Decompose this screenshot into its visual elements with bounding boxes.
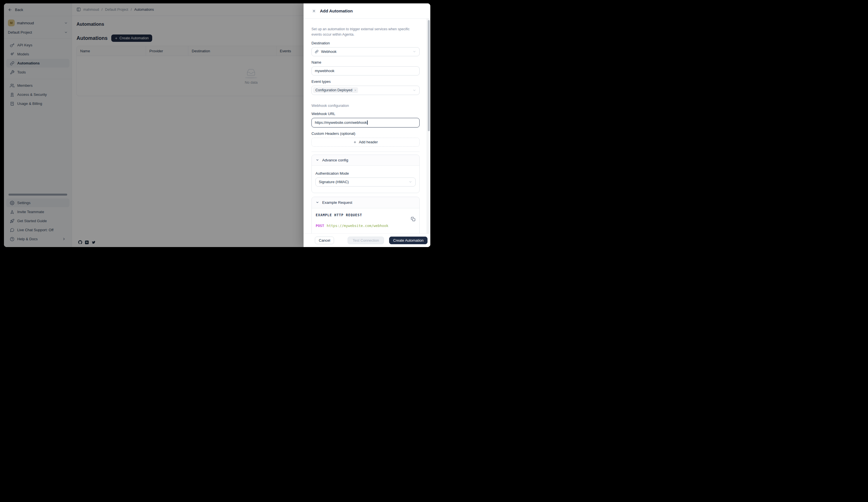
request-line: POSThttps://mywebsite.com/webhook bbox=[316, 223, 415, 228]
example-request-body: EXAMPLE HTTP REQUEST POSThttps://mywebsi… bbox=[312, 208, 419, 233]
drawer-scrollbar-track[interactable] bbox=[427, 19, 430, 233]
example-request-toggle[interactable]: Example Request bbox=[312, 197, 419, 208]
add-automation-drawer: Add Automation Set up an automation to t… bbox=[303, 3, 430, 247]
chevron-down-icon bbox=[316, 201, 319, 204]
event-types-select[interactable]: Configuration Deployed bbox=[311, 86, 420, 95]
chevron-down-icon bbox=[413, 50, 416, 53]
destination-label: Destination bbox=[311, 41, 420, 45]
code-header: EXAMPLE HTTP REQUEST bbox=[316, 213, 415, 217]
custom-headers-label: Custom Headers (optional) bbox=[311, 131, 420, 136]
chevron-down-icon bbox=[409, 180, 412, 184]
advance-config-panel: Advance config Authentication Mode Signa… bbox=[311, 154, 420, 193]
modal-backdrop[interactable] bbox=[4, 3, 303, 247]
cancel-button[interactable]: Cancel bbox=[315, 237, 334, 244]
destination-value: Webhook bbox=[321, 49, 337, 54]
drawer-footer: Cancel Test Connection Create Automation bbox=[303, 233, 430, 247]
copy-icon[interactable] bbox=[411, 217, 415, 221]
create-automation-submit-button[interactable]: Create Automation bbox=[389, 237, 427, 244]
destination-select[interactable]: Webhook bbox=[311, 47, 420, 56]
drawer-body: Set up an automation to trigger external… bbox=[303, 19, 427, 233]
drawer-header: Add Automation bbox=[303, 3, 430, 19]
chevron-down-icon bbox=[316, 158, 319, 162]
plus-icon bbox=[353, 140, 356, 144]
webhook-url-label: Webhook URL bbox=[311, 112, 420, 116]
auth-mode-label: Authentication Mode bbox=[316, 171, 416, 175]
webhook-url-input[interactable]: https://mywebsite.com/webhook bbox=[311, 118, 420, 128]
drawer-title: Add Automation bbox=[320, 9, 353, 13]
link-icon bbox=[315, 50, 319, 53]
drawer-description: Set up an automation to trigger external… bbox=[311, 27, 420, 38]
close-icon[interactable] bbox=[312, 9, 316, 13]
http-method: POST bbox=[316, 223, 324, 228]
app-window: Back M mahmoud Default Project bbox=[4, 3, 430, 247]
advance-config-toggle[interactable]: Advance config bbox=[312, 155, 419, 165]
test-connection-button[interactable]: Test Connection bbox=[348, 237, 384, 244]
auth-mode-select[interactable]: Signature (HMAC) bbox=[316, 178, 416, 187]
event-tag: Configuration Deployed bbox=[313, 87, 358, 93]
divider bbox=[311, 151, 420, 152]
remove-tag-icon[interactable] bbox=[354, 89, 356, 92]
chevron-down-icon bbox=[413, 89, 416, 92]
add-header-button[interactable]: Add header bbox=[311, 138, 420, 147]
name-label: Name bbox=[311, 60, 420, 64]
example-request-panel: Example Request EXAMPLE HTTP REQUEST POS… bbox=[311, 197, 420, 233]
name-input[interactable]: mywebhook bbox=[311, 67, 420, 76]
event-types-label: Event types bbox=[311, 79, 420, 84]
advance-config-body: Authentication Mode Signature (HMAC) bbox=[312, 165, 419, 193]
request-url: https://mywebsite.com/webhook bbox=[327, 223, 388, 228]
drawer-scrollbar-thumb[interactable] bbox=[428, 20, 430, 131]
text-cursor bbox=[367, 120, 368, 125]
webhook-section-title: Webhook configuration bbox=[311, 103, 420, 108]
